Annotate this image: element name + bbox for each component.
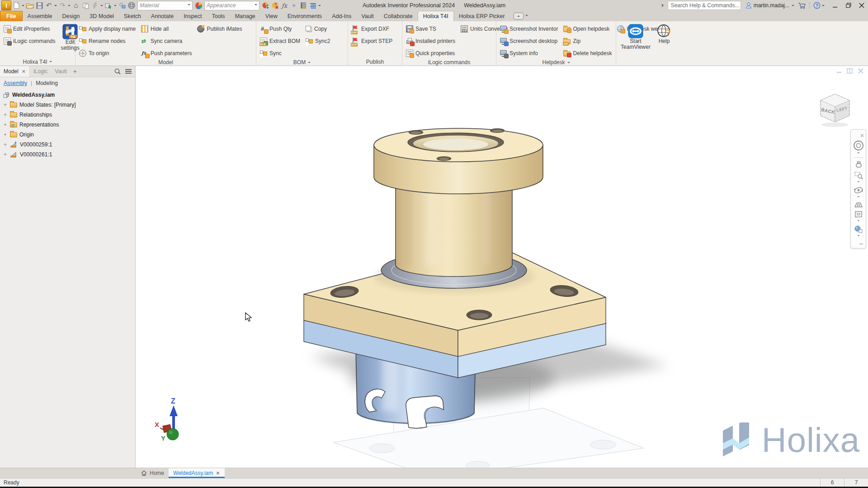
doc-restore-icon[interactable]: [847, 68, 853, 74]
navbar-minimize-icon[interactable]: [859, 239, 866, 247]
new-file-dropdown[interactable]: [22, 5, 24, 8]
system-info-button[interactable]: System info: [497, 47, 561, 59]
view-face-icon[interactable]: [851, 210, 866, 220]
part-highlight-icon[interactable]: [118, 1, 127, 10]
browser-tab-vault[interactable]: Vault: [51, 66, 70, 77]
sync-button[interactable]: Sync: [257, 47, 303, 59]
publish-imates-button[interactable]: Publish iMates: [194, 23, 245, 35]
material-sphere-icon[interactable]: [127, 1, 136, 10]
screenshot-desktop-button[interactable]: Screenshot desktop: [497, 35, 561, 47]
browser-menu-icon[interactable]: [125, 69, 132, 70]
sync2-button[interactable]: Sync2: [303, 35, 333, 47]
help-menu-icon[interactable]: ?: [812, 1, 821, 10]
list-view-dropdown[interactable]: [318, 5, 321, 8]
welded-assembly-model[interactable]: [136, 66, 868, 468]
close-button[interactable]: [855, 0, 868, 11]
ilogic-commands-button[interactable]: iLogic commands: [1, 35, 58, 47]
paste-icon[interactable]: [81, 1, 90, 10]
rename-nodes-button[interactable]: Rename nodes: [76, 35, 138, 47]
save-icon[interactable]: [35, 1, 44, 10]
account-menu[interactable]: martin.madaj...: [745, 2, 795, 9]
tab-holixa-t4i[interactable]: Holixa T4I: [418, 11, 454, 21]
undo-icon[interactable]: ↶: [44, 1, 53, 10]
tab-add-ins[interactable]: Add-Ins: [327, 11, 356, 21]
doc-minimize-icon[interactable]: [836, 68, 842, 74]
tab-vault[interactable]: Vault: [356, 11, 379, 21]
orbit-dropdown[interactable]: [857, 196, 860, 199]
navbar-close-icon[interactable]: [860, 131, 866, 139]
extract-bom-button[interactable]: XLS Extract BOM: [257, 35, 303, 47]
expander-icon[interactable]: +: [3, 152, 8, 157]
tree-row-origin[interactable]: + Origin: [1, 130, 134, 140]
navigation-wheel-icon[interactable]: [851, 139, 866, 152]
tree-row-relationships[interactable]: + Relationships: [1, 110, 134, 120]
tab-tools[interactable]: Tools: [207, 11, 230, 21]
tab-annotate[interactable]: Annotate: [146, 11, 179, 21]
3d-viewport[interactable]: BACK LEFT: [136, 66, 868, 468]
group-label-bom[interactable]: BOM: [257, 59, 347, 66]
ribbon-collapse-control[interactable]: [510, 11, 532, 21]
export-dxf-button[interactable]: DXF Export DXF: [349, 23, 395, 35]
ilogic-trigger-dropdown[interactable]: [100, 5, 103, 8]
tab-inspect[interactable]: Inspect: [179, 11, 207, 21]
look-at-icon[interactable]: [851, 200, 866, 210]
save-ts-button[interactable]: Save TS: [403, 23, 458, 35]
minimize-button[interactable]: [829, 0, 842, 11]
redo-dropdown[interactable]: [68, 5, 71, 8]
mode-modeling[interactable]: Modeling: [36, 80, 58, 86]
doc-close-icon[interactable]: [858, 68, 863, 74]
tab-file[interactable]: File: [0, 11, 23, 21]
app-logo-icon[interactable]: I: [1, 1, 11, 10]
browser-tab-close-icon[interactable]: ✕: [22, 69, 26, 75]
doc-tab-weldedassy[interactable]: WeldedAssy.iam ✕: [169, 468, 224, 478]
undo-dropdown[interactable]: [54, 5, 57, 8]
tree-row-v00000261[interactable]: + V00000261:1: [1, 150, 134, 160]
adjust-appearance-icon[interactable]: [261, 1, 270, 10]
sync-camera-button[interactable]: Sync camera: [138, 35, 194, 47]
expander-icon[interactable]: +: [3, 132, 8, 137]
tab-design[interactable]: Design: [57, 11, 85, 21]
screenshot-inventor-button[interactable]: Screenshot Inventor: [497, 23, 561, 35]
group-label-holixa-t4i[interactable]: Holixa T4I: [1, 58, 74, 66]
to-origin-button[interactable]: To origin: [76, 47, 138, 59]
orbit-icon[interactable]: [851, 185, 866, 196]
restore-button[interactable]: [842, 0, 855, 11]
quick-properties-button[interactable]: Quick properties: [403, 47, 458, 59]
tab-holixa-erp-picker[interactable]: Holixa ERP Picker: [454, 11, 510, 21]
tutorials-icon[interactable]: [299, 1, 308, 10]
doc-tab-close-icon[interactable]: ✕: [216, 470, 220, 476]
browser-tab-model[interactable]: Model ✕: [0, 66, 30, 77]
appearance-combobox[interactable]: Appearance: [204, 1, 259, 10]
appearance-ball-icon[interactable]: [851, 224, 866, 235]
copy-button[interactable]: Copy: [303, 23, 333, 35]
navigation-wheel-dropdown[interactable]: [857, 152, 860, 155]
zoom-window-icon[interactable]: [851, 170, 866, 181]
expander-icon[interactable]: +: [3, 142, 8, 147]
appearance-wheel-icon[interactable]: [194, 1, 203, 10]
tab-view[interactable]: View: [260, 11, 283, 21]
open-helpdesk-button[interactable]: Open helpdesk: [561, 23, 614, 35]
home-icon[interactable]: ⌂: [71, 1, 80, 10]
tree-row-v00000259[interactable]: + V00000259:1: [1, 140, 134, 150]
new-file-icon[interactable]: [12, 1, 21, 10]
cart-icon[interactable]: [797, 1, 807, 10]
search-flyout-icon[interactable]: [662, 4, 665, 7]
push-qty-button[interactable]: Push Qty: [257, 23, 303, 35]
installed-printers-button[interactable]: Installed printers: [403, 35, 458, 47]
expander-icon[interactable]: +: [3, 113, 8, 117]
ilogic-trigger-icon[interactable]: [90, 1, 99, 10]
tab-collaborate[interactable]: Collaborate: [379, 11, 418, 21]
group-label-helpdesk[interactable]: Helpdesk: [497, 59, 615, 66]
tab-3d-model[interactable]: 3D Model: [85, 11, 119, 21]
appearance-dropdown[interactable]: [857, 235, 860, 238]
component-select-icon[interactable]: [104, 1, 113, 10]
tree-row-model-states[interactable]: + Model States: [Primary]: [1, 100, 134, 110]
ribbon-help-button[interactable]: ? Help: [652, 23, 676, 66]
expander-icon[interactable]: +: [3, 103, 8, 108]
browser-search-icon[interactable]: [114, 68, 121, 75]
zip-button[interactable]: ZIP Zip: [561, 35, 614, 47]
tree-row-representations[interactable]: + Representations: [1, 120, 134, 130]
view-cube[interactable]: BACK LEFT: [815, 89, 856, 130]
open-icon[interactable]: [25, 1, 34, 10]
view-face-dropdown[interactable]: [857, 220, 860, 223]
